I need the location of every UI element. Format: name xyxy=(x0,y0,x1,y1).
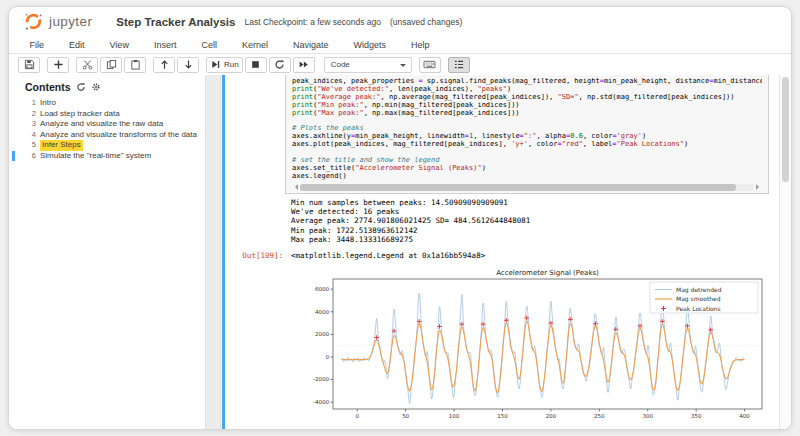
keyboard-icon xyxy=(423,59,436,70)
output-line: Min num samples between peaks: 14.509090… xyxy=(291,198,791,207)
scroll-right-arrow-icon[interactable] xyxy=(756,184,762,190)
vertical-scrollbar-thumb[interactable] xyxy=(782,77,789,182)
unsaved-changes-status: (unsaved changes) xyxy=(390,17,462,27)
move-cell-up-button[interactable] xyxy=(153,57,175,73)
floppy-icon xyxy=(24,59,35,70)
toc-item-analyze-and-visualize-the-raw-data[interactable]: 3Analyze and visualize the raw data xyxy=(25,119,205,130)
gear-icon[interactable] xyxy=(91,82,101,92)
paste-cell-button[interactable] xyxy=(124,57,146,73)
menu-navigate[interactable]: Navigate xyxy=(280,40,341,50)
run-button[interactable]: Run xyxy=(206,57,243,73)
stop-icon xyxy=(250,59,261,70)
fast-forward-icon xyxy=(298,59,309,70)
menu-help[interactable]: Help xyxy=(398,40,442,50)
selected-cell-indicator xyxy=(222,75,225,429)
code-cell-editor[interactable]: peak_indices, peak_properties = sp.signa… xyxy=(285,75,769,194)
y-tick-label: 0 xyxy=(326,354,330,360)
toc-item-label: Analyze and visualize the raw data xyxy=(40,119,163,130)
toc-item-load-step-tracker-data[interactable]: 2Load step tracker data xyxy=(25,109,205,120)
restart-run-all-button[interactable] xyxy=(293,57,315,73)
jupyter-logo[interactable]: jupyter xyxy=(23,11,92,32)
code-horizontal-scrollbar[interactable] xyxy=(292,183,762,192)
jupyter-wordmark: jupyter xyxy=(49,14,92,29)
toc-item-number: 3 xyxy=(25,119,36,130)
notebook-main: peak_indices, peak_properties = sp.signa… xyxy=(221,75,791,429)
out-prompt: Out[109]: xyxy=(221,251,283,261)
code-line[interactable]: # set the title and show the legend xyxy=(292,157,762,165)
toolbar: RunCode xyxy=(9,54,791,76)
restart-kernel-button[interactable] xyxy=(269,57,291,73)
toc-item-analyze-and-visualize-transforms-of-the-data[interactable]: 4Analyze and visualize transforms of the… xyxy=(25,130,205,141)
chevron-down-icon xyxy=(400,64,406,70)
code-line[interactable] xyxy=(292,118,762,126)
notebook-header: jupyter Step Tracker Analysis Last Check… xyxy=(9,7,791,36)
chart-title: Accelerometer Signal (Peaks) xyxy=(496,269,599,277)
run-button-label: Run xyxy=(224,60,239,69)
code-line[interactable]: print("Min peak:", np.min(mag_filtered[p… xyxy=(292,102,762,110)
x-tick-label: 350 xyxy=(691,413,702,419)
menu-file[interactable]: File xyxy=(17,40,57,50)
jupyter-planet-icon xyxy=(23,11,44,32)
x-tick-label: 250 xyxy=(594,413,605,419)
code-line[interactable]: axes.legend() xyxy=(292,173,762,181)
x-tick-label: 150 xyxy=(497,413,508,419)
toc-item-simulate-the-real-time-system[interactable]: 6Simulate the "real-time" system xyxy=(25,151,205,162)
code-line[interactable]: print("We've detected:", len(peak_indice… xyxy=(292,86,762,94)
toc-icon xyxy=(453,59,465,70)
arrow-down-icon xyxy=(183,59,194,70)
toc-item-intro[interactable]: 1Intro xyxy=(25,98,205,109)
code-line[interactable]: axes.set_title("Accelerometer Signal (Pe… xyxy=(292,165,762,173)
toc-item-number: 6 xyxy=(25,151,36,162)
scrollbar-track[interactable] xyxy=(300,184,754,191)
cut-cell-button[interactable] xyxy=(76,57,98,73)
toc-header: Contents xyxy=(25,81,205,93)
code-line[interactable] xyxy=(292,149,762,157)
scissors-icon xyxy=(82,59,93,70)
scrollbar-thumb[interactable] xyxy=(300,184,736,191)
x-tick-label: 200 xyxy=(546,413,557,419)
peak-markers xyxy=(374,316,713,340)
notebook-title[interactable]: Step Tracker Analysis xyxy=(116,16,235,28)
command-palette-button[interactable] xyxy=(419,57,441,73)
sidebar-resize-divider[interactable] xyxy=(205,75,221,429)
toc-item-number: 1 xyxy=(25,98,36,109)
copy-icon xyxy=(106,59,117,70)
menu-kernel[interactable]: Kernel xyxy=(229,40,280,50)
output-line: Min peak: 1722.5138963612142 xyxy=(291,226,791,235)
code-lines: peak_indices, peak_properties = sp.signa… xyxy=(292,78,762,181)
code-line[interactable]: axes.axhline(y=min_peak_height, linewidt… xyxy=(292,133,762,141)
code-line[interactable]: axes.plot(peak_indices, mag_filtered[pea… xyxy=(292,141,762,149)
notebook-vertical-scrollbar[interactable] xyxy=(779,75,791,429)
page-background: jupyter Step Tracker Analysis Last Check… xyxy=(0,0,800,436)
code-line[interactable]: # Plots the peaks xyxy=(292,125,762,133)
code-line[interactable]: print("Max peak:", np.max(mag_filtered[p… xyxy=(292,110,762,118)
save-button[interactable] xyxy=(18,57,40,73)
output-chart: -4000-2000020004000600005010015020025030… xyxy=(303,266,768,426)
code-line[interactable]: peak_indices, peak_properties = sp.signa… xyxy=(292,78,762,86)
menu-edit[interactable]: Edit xyxy=(57,40,98,50)
toc-item-number: 2 xyxy=(25,109,36,120)
copy-cell-button[interactable] xyxy=(100,57,122,73)
cell-type-select[interactable]: Code xyxy=(324,57,412,73)
scroll-left-arrow-icon[interactable] xyxy=(292,184,298,190)
refresh-icon[interactable] xyxy=(76,82,86,92)
toc-item-infer-steps[interactable]: 5Infer Steps xyxy=(25,140,205,151)
toc-title: Contents xyxy=(25,81,71,93)
menu-insert[interactable]: Insert xyxy=(141,40,189,50)
menu-view[interactable]: View xyxy=(97,40,141,50)
interrupt-kernel-button[interactable] xyxy=(245,57,267,73)
toc-item-label: Simulate the "real-time" system xyxy=(40,151,151,162)
arrow-up-icon xyxy=(159,59,170,70)
move-cell-down-button[interactable] xyxy=(177,57,199,73)
toc-item-number: 5 xyxy=(25,140,36,151)
y-tick-label: -4000 xyxy=(313,399,329,405)
menu-cell[interactable]: Cell xyxy=(189,40,230,50)
toc-item-label: Intro xyxy=(40,98,56,109)
menu-widgets[interactable]: Widgets xyxy=(341,40,399,50)
output-line: We've detected: 16 peaks xyxy=(291,207,791,216)
legend-label: Mag smoothed xyxy=(676,295,721,303)
code-line[interactable]: print("Average peak:", np.average(mag_fi… xyxy=(292,94,762,102)
toc-toggle-button[interactable] xyxy=(448,57,470,73)
insert-cell-below-button[interactable] xyxy=(47,57,69,73)
toc-item-label: Load step tracker data xyxy=(40,109,120,120)
